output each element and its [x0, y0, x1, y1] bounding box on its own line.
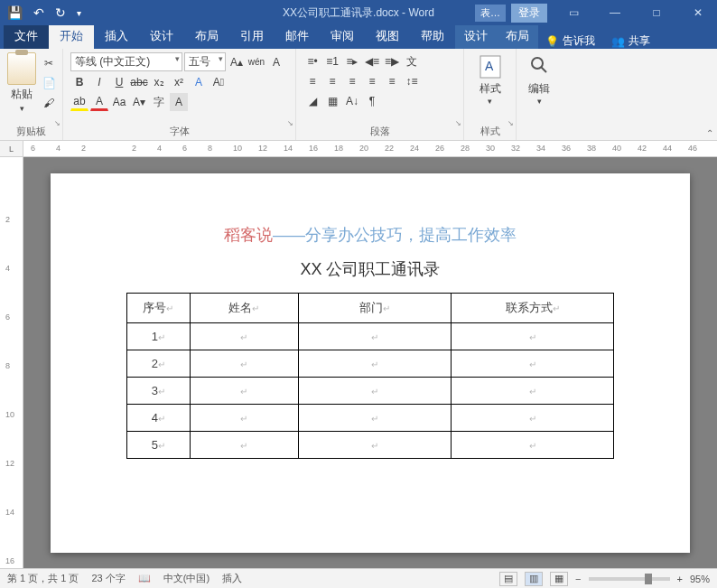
tab-view[interactable]: 视图 — [365, 23, 410, 49]
contacts-table[interactable]: 序号↵ 姓名↵ 部门↵ 联系方式↵ 1↵↵↵↵2↵↵↵↵3↵↵↵↵4↵↵↵↵5↵… — [126, 293, 614, 459]
borders-icon[interactable]: ▦ — [323, 92, 341, 110]
minimize-icon[interactable]: — — [596, 0, 634, 25]
status-page[interactable]: 第 1 页，共 1 页 — [7, 572, 79, 585]
highlight-icon[interactable]: ab — [70, 93, 88, 111]
tell-me-label: 告诉我 — [563, 33, 595, 49]
multilevel-list-icon[interactable]: ≡▸ — [343, 52, 361, 70]
document-canvas[interactable]: 稻客说——分享办公技巧，提高工作效率 XX 公司职工通讯录 序号↵ 姓名↵ 部门… — [23, 157, 717, 568]
bold-button[interactable]: B — [70, 73, 88, 91]
copy-icon[interactable]: 📄 — [40, 74, 58, 92]
enclose-char-icon[interactable]: 字 — [150, 93, 168, 111]
group-styles: A 样式 ▾ 样式 ↘ — [464, 49, 517, 140]
subscript-button[interactable]: x₂ — [150, 73, 168, 91]
status-word-count[interactable]: 23 个字 — [91, 572, 125, 585]
show-marks-icon[interactable]: ¶ — [363, 92, 381, 110]
font-color-icon[interactable]: A — [90, 93, 108, 111]
tab-layout[interactable]: 布局 — [184, 23, 229, 49]
character-border-icon[interactable]: A — [267, 53, 285, 71]
redo-icon[interactable]: ↻ — [55, 5, 66, 20]
vertical-ruler[interactable]: 246810121416 — [0, 157, 23, 568]
horizontal-ruler[interactable]: 6422468101214161820222426283032343638404… — [23, 141, 717, 157]
zoom-slider[interactable] — [589, 577, 670, 581]
tab-review[interactable]: 审阅 — [320, 23, 365, 49]
tab-mail[interactable]: 邮件 — [275, 23, 320, 49]
work-area: 246810121416 稻客说——分享办公技巧，提高工作效率 XX 公司职工通… — [0, 157, 717, 568]
font-size-combo[interactable]: 五号 — [184, 52, 226, 71]
justify-icon[interactable]: ≡ — [363, 72, 381, 90]
decrease-font-size-icon[interactable]: A▾ — [130, 93, 148, 111]
styles-dialog-launcher[interactable]: ↘ — [507, 119, 514, 127]
collapse-ribbon-icon[interactable]: ⌃ — [706, 128, 713, 138]
clipboard-dialog-launcher[interactable]: ↘ — [54, 119, 61, 127]
contextual-tab-badge: 表… — [475, 5, 506, 22]
save-icon[interactable]: 💾 — [7, 5, 23, 20]
tab-references[interactable]: 引用 — [229, 23, 275, 49]
share-label: 共享 — [629, 33, 650, 49]
bullet-list-icon[interactable]: ≡• — [303, 52, 321, 70]
table-row[interactable]: 5↵↵↵↵ — [127, 432, 614, 459]
line-spacing-icon[interactable]: ↕≡ — [403, 72, 421, 90]
table-row[interactable]: 2↵↵↵↵ — [127, 350, 614, 378]
char-shading-icon[interactable]: A — [170, 93, 188, 111]
clear-format-icon[interactable]: A⃠ — [210, 73, 228, 91]
cut-icon[interactable]: ✂ — [40, 54, 58, 72]
paste-button[interactable]: 粘贴 ▾ — [7, 52, 36, 113]
styles-button[interactable]: A 样式 ▾ — [471, 52, 508, 107]
format-painter-icon[interactable]: 🖌 — [40, 94, 58, 112]
italic-button[interactable]: I — [90, 73, 108, 91]
tab-home[interactable]: 开始 — [49, 23, 94, 49]
strikethrough-button[interactable]: abc — [130, 73, 148, 91]
change-case-icon[interactable]: Aa — [110, 93, 128, 111]
maximize-icon[interactable]: □ — [638, 0, 675, 25]
numbered-list-icon[interactable]: ≡1 — [323, 52, 341, 70]
font-dialog-launcher[interactable]: ↘ — [287, 119, 293, 127]
zoom-level[interactable]: 95% — [690, 574, 710, 584]
tab-help[interactable]: 帮助 — [410, 23, 455, 49]
view-read-mode-icon[interactable]: ▤ — [499, 572, 517, 586]
table-row[interactable]: 4↵↵↵↵ — [127, 405, 614, 432]
view-print-layout-icon[interactable]: ▥ — [525, 572, 543, 586]
tab-table-design[interactable]: 设计 — [455, 23, 497, 49]
align-right-icon[interactable]: ≡ — [343, 72, 361, 90]
zoom-out-icon[interactable]: − — [575, 574, 581, 584]
status-insert-mode[interactable]: 插入 — [222, 572, 242, 585]
styles-label: 样式 — [480, 81, 501, 97]
tab-insert[interactable]: 插入 — [94, 23, 139, 49]
increase-indent-icon[interactable]: ≡▶ — [383, 52, 401, 70]
zoom-in-icon[interactable]: + — [677, 574, 683, 584]
view-web-layout-icon[interactable]: ▦ — [550, 572, 568, 586]
align-left-icon[interactable]: ≡ — [303, 72, 321, 90]
shading-icon[interactable]: ◢ — [303, 92, 321, 110]
phonetic-guide-icon[interactable]: wén — [247, 53, 265, 71]
undo-icon[interactable]: ↶ — [33, 5, 44, 20]
close-icon[interactable]: ✕ — [679, 0, 717, 25]
tab-design[interactable]: 设计 — [139, 23, 184, 49]
tab-table-layout[interactable]: 布局 — [497, 23, 538, 49]
asian-layout-icon[interactable]: 文 — [403, 52, 421, 70]
underline-button[interactable]: U — [110, 73, 128, 91]
tell-me-button[interactable]: 💡告诉我 — [538, 33, 602, 49]
align-center-icon[interactable]: ≡ — [323, 72, 341, 90]
table-row[interactable]: 3↵↵↵↵ — [127, 378, 614, 405]
qat-more-icon[interactable]: ▾ — [77, 8, 81, 18]
status-language[interactable]: 中文(中国) — [163, 572, 210, 585]
table-row[interactable]: 1↵↵↵↵ — [127, 323, 614, 350]
tab-file[interactable]: 文件 — [4, 23, 49, 49]
sort-icon[interactable]: A↓ — [343, 92, 361, 110]
window-title: XX公司职工通讯录.docx - Word — [283, 5, 434, 21]
font-family-combo[interactable]: 等线 (中文正文) — [70, 52, 182, 71]
status-proofing-icon[interactable]: 📖 — [138, 573, 151, 584]
paragraph-dialog-launcher[interactable]: ↘ — [455, 119, 461, 127]
header-contact: 联系方式↵ — [452, 294, 614, 323]
editing-button[interactable]: 编辑 ▾ — [524, 52, 554, 107]
ribbon-options-icon[interactable]: ▭ — [554, 0, 592, 25]
increase-font-size-icon[interactable]: A▴ — [228, 53, 246, 71]
paste-label: 粘贴 — [11, 87, 33, 102]
sign-in-button[interactable]: 登录 — [511, 4, 547, 23]
superscript-button[interactable]: x² — [170, 73, 188, 91]
decrease-indent-icon[interactable]: ◀≡ — [363, 52, 381, 70]
zoom-thumb[interactable] — [645, 574, 652, 584]
text-effects-icon[interactable]: A — [190, 73, 208, 91]
share-button[interactable]: 👥共享 — [602, 33, 659, 49]
distributed-icon[interactable]: ≡ — [383, 72, 401, 90]
